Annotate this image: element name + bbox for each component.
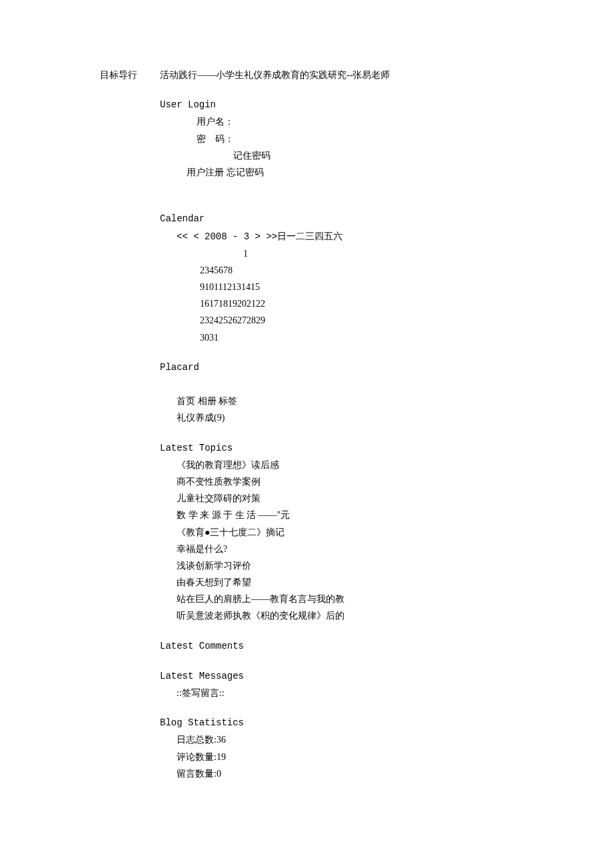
page-left-title: 目标导行 [100,67,153,83]
topic-link[interactable]: 商不变性质教学案例 [177,477,261,487]
forgot-password-link[interactable]: 忘记密码 [227,167,264,177]
nav-home-link[interactable]: 首页 [177,396,195,406]
calendar-nav-line[interactable]: << < 2008 - 3 > >>日一二三四五六 [177,231,342,242]
latest-topics-header: Latest Topics [160,440,613,457]
stat-comments-label: 评论数量: [177,752,217,762]
stat-comments-value: 19 [217,752,226,762]
topic-link[interactable]: 听吴意波老师执教《积的变化规律》后的 [177,611,344,621]
nav-tags-link[interactable]: 标签 [219,396,237,406]
stat-total-logs-label: 日志总数: [177,735,217,745]
topic-link[interactable]: 《教育●三十七度二》摘记 [177,527,285,537]
topic-link[interactable]: 儿童社交障碍的对策 [177,493,261,503]
remember-password-checkbox-label[interactable]: 记住密码 [233,151,271,161]
calendar-row-1[interactable]: 2345678 [200,265,233,275]
calendar-row-5[interactable]: 3031 [200,333,219,343]
topic-link[interactable]: 浅谈创新学习评价 [177,561,251,571]
topic-link[interactable]: 幸福是什么? [177,544,227,554]
user-login-header: User Login [160,97,613,113]
latest-messages-header: Latest Messages [160,668,613,685]
write-message-link[interactable]: ::签写留言:: [177,688,225,698]
calendar-row-2[interactable]: 9101112131415 [200,282,260,292]
username-label: 用户名： [197,117,234,127]
page-right-title: 活动践行——小学生礼仪养成教育的实践研究--张易老师 [160,67,613,83]
password-label: 密 码： [197,134,234,144]
topic-link[interactable]: 站在巨人的肩膀上——教育名言与我的教 [177,594,344,604]
topic-link[interactable]: 《我的教育理想》读后感 [177,460,279,470]
calendar-row-0[interactable]: 1 [243,249,248,259]
stat-messages-label: 留言数量: [177,769,217,779]
topic-link[interactable]: 由春天想到了希望 [177,577,251,587]
stat-messages-value: 0 [217,769,221,779]
stat-total-logs-value: 36 [217,735,226,745]
calendar-row-3[interactable]: 16171819202122 [200,299,265,309]
blog-statistics-header: Blog Statistics [160,715,613,731]
register-link[interactable]: 用户注册 [187,167,224,177]
latest-comments-header: Latest Comments [160,638,613,655]
nav-album-link[interactable]: 相册 [198,396,217,406]
placard-header: Placard [160,359,613,376]
category-link[interactable]: 礼仪养成(9) [177,413,225,423]
topic-link[interactable]: 数 学 来 源 于 生 活 ——"元 [177,510,290,520]
calendar-header: Calendar [160,211,613,227]
calendar-row-4[interactable]: 23242526272829 [200,315,265,325]
